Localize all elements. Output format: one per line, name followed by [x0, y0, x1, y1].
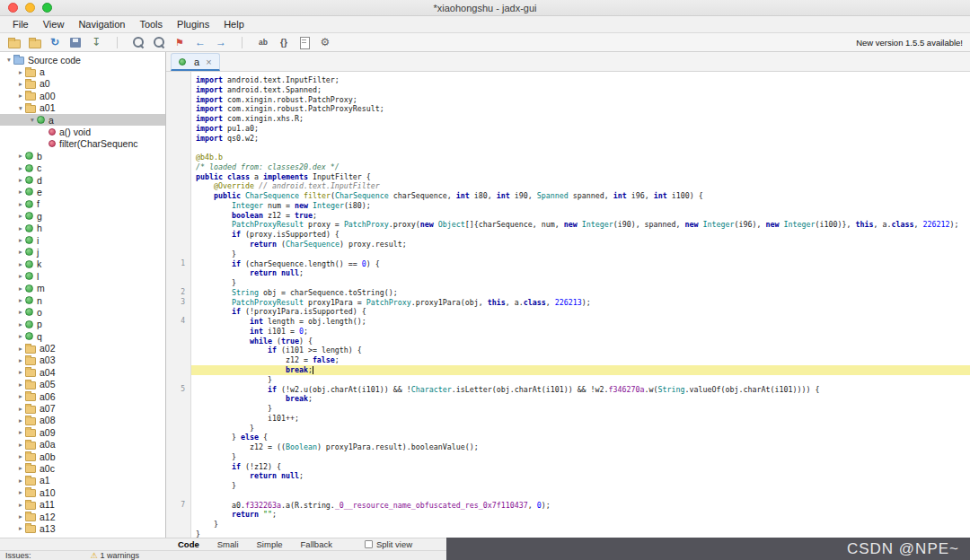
expand-icon[interactable]: ▸: [16, 416, 25, 424]
code-line[interactable]: public CharSequence filter(CharSequence …: [166, 191, 970, 201]
expand-icon[interactable]: ▸: [16, 188, 25, 196]
expand-icon[interactable]: ▸: [16, 284, 25, 293]
preferences-icon[interactable]: ⚙: [319, 36, 331, 48]
code-line[interactable]: import com.xingin.robust.PatchProxyResul…: [166, 104, 970, 114]
tree-item-o[interactable]: ▸o: [0, 306, 165, 318]
code-line[interactable]: import android.text.InputFilter;: [166, 75, 970, 85]
tree-item-a0c[interactable]: ▸a0c: [0, 462, 165, 474]
tree-item-a04[interactable]: ▸a04: [0, 366, 165, 378]
code-line[interactable]: import com.xingin.xhs.R;: [166, 114, 970, 124]
code-line[interactable]: [166, 143, 970, 153]
code-line[interactable]: break;: [166, 394, 970, 404]
tree-item-a1[interactable]: ▸a1: [0, 475, 165, 486]
tree-item-a02[interactable]: ▸a02: [0, 342, 165, 354]
expand-icon[interactable]: ▸: [16, 200, 25, 208]
tree-item-j[interactable]: ▸j: [0, 246, 165, 258]
code-line[interactable]: 1 if (charSequence.length() == 0) {: [166, 259, 970, 269]
code-line[interactable]: return null;: [166, 268, 970, 278]
new-version-link[interactable]: New version 1.5.5 available!: [856, 38, 963, 48]
expand-icon[interactable]: ▸: [16, 272, 25, 280]
expand-icon[interactable]: ▸: [16, 477, 25, 485]
warnings-indicator[interactable]: ⚠ 1 warnings: [91, 551, 140, 560]
tree-item-filter-charsequenc[interactable]: filter(CharSequenc: [0, 138, 165, 150]
tree-item-q[interactable]: ▸q: [0, 330, 165, 342]
expand-icon[interactable]: ▸: [16, 92, 25, 100]
tree-item-a0b[interactable]: ▸a0b: [0, 451, 165, 462]
tree-item-a05[interactable]: ▸a05: [0, 379, 165, 390]
tree-item-a01[interactable]: ▾a01: [0, 102, 165, 114]
expand-icon[interactable]: ▸: [16, 488, 25, 496]
code-line[interactable]: int i101 = 0;: [166, 327, 970, 337]
code-line[interactable]: z12 = ((Boolean) proxy1Para.result).bool…: [166, 442, 970, 452]
code-line[interactable]: } else {: [166, 433, 970, 442]
menu-help[interactable]: Help: [216, 16, 251, 33]
code-line[interactable]: 5 if (!w2.u(obj.charAt(i101)) && !Charac…: [166, 385, 970, 395]
tree-item-a00[interactable]: ▸a00: [0, 90, 165, 101]
code-line[interactable]: 3 PatchProxyResult proxy1Para = PatchPro…: [166, 298, 970, 308]
code-line[interactable]: }: [166, 452, 970, 462]
tab-close-icon[interactable]: ×: [206, 57, 211, 67]
expand-icon[interactable]: ▸: [16, 464, 25, 472]
tree-item-d[interactable]: ▸d: [0, 174, 165, 186]
code-line[interactable]: if (proxy.isSupported) {: [166, 230, 970, 240]
code-line-highlighted[interactable]: break;: [166, 365, 970, 375]
tree-item-a0a[interactable]: ▸a0a: [0, 439, 165, 451]
minimize-window-button[interactable]: [25, 3, 35, 13]
tree-item-a11[interactable]: ▸a11: [0, 498, 165, 510]
tree-item-b[interactable]: ▸b: [0, 150, 165, 162]
code-line[interactable]: @b4b.b: [166, 153, 970, 162]
code-line[interactable]: i101++;: [166, 414, 970, 424]
code-line[interactable]: if (!proxy1Para.isSupported) {: [166, 307, 970, 317]
code-line[interactable]: public class a implements InputFilter {: [166, 172, 970, 182]
expand-icon[interactable]: ▸: [16, 332, 25, 340]
code-line[interactable]: }: [166, 424, 970, 433]
view-tab-code[interactable]: Code: [169, 539, 208, 549]
code-line[interactable]: if (!z12) {: [166, 462, 970, 472]
code-line[interactable]: }: [166, 375, 970, 385]
tree-item-a13[interactable]: ▸a13: [0, 522, 165, 534]
export-icon[interactable]: ↧: [90, 36, 102, 48]
code-line[interactable]: /* loaded from: classes20.dex */: [166, 162, 970, 172]
tree-item-a[interactable]: ▸a: [0, 66, 165, 77]
menu-file[interactable]: File: [5, 16, 36, 33]
expand-icon[interactable]: ▸: [16, 176, 25, 184]
tree-item-a09[interactable]: ▸a09: [0, 426, 165, 438]
expand-icon[interactable]: ▸: [16, 224, 25, 232]
code-line[interactable]: }: [166, 520, 970, 529]
editor-tab-a[interactable]: a ×: [171, 53, 220, 71]
close-window-button[interactable]: [8, 3, 18, 13]
add-files-icon[interactable]: [28, 36, 40, 48]
tree-item-l[interactable]: ▸l: [0, 270, 165, 282]
tree-item-a07[interactable]: ▸a07: [0, 402, 165, 414]
expand-icon[interactable]: ▸: [16, 524, 25, 532]
expand-icon[interactable]: ▸: [16, 452, 25, 460]
tree-item-c[interactable]: ▸c: [0, 162, 165, 174]
expand-icon[interactable]: ▸: [16, 392, 25, 400]
expand-icon[interactable]: ▸: [16, 80, 25, 88]
bookmark-flag-icon[interactable]: ⚑: [173, 36, 186, 48]
expand-icon[interactable]: ▸: [16, 356, 25, 364]
tree-item-i[interactable]: ▸i: [0, 234, 165, 246]
tree-item-p[interactable]: ▸p: [0, 319, 165, 330]
tree-item-k[interactable]: ▸k: [0, 258, 165, 270]
code-line[interactable]: Integer num = new Integer(i80);: [166, 201, 970, 211]
code-line[interactable]: import com.xingin.robust.PatchProxy;: [166, 95, 970, 105]
expand-icon[interactable]: ▸: [16, 248, 25, 256]
code-line[interactable]: }: [166, 481, 970, 491]
tree-item-a0[interactable]: ▸a0: [0, 78, 165, 90]
code-line[interactable]: 2 String obj = charSequence.toString();: [166, 288, 970, 298]
menu-plugins[interactable]: Plugins: [170, 16, 216, 33]
split-view-checkbox[interactable]: [365, 540, 373, 548]
code-line[interactable]: }: [166, 529, 970, 538]
code-line[interactable]: import qs0.w2;: [166, 134, 970, 144]
code-line[interactable]: boolean z12 = true;: [166, 211, 970, 221]
menu-tools[interactable]: Tools: [132, 16, 170, 33]
view-tab-smali[interactable]: Smali: [208, 539, 248, 549]
view-tab-fallback[interactable]: Fallback: [292, 539, 341, 549]
split-view-toggle[interactable]: Split view: [365, 539, 412, 549]
tree-item-m[interactable]: ▸m: [0, 282, 165, 293]
expand-icon[interactable]: ▸: [16, 512, 25, 521]
open-file-icon[interactable]: [7, 36, 20, 48]
expand-icon[interactable]: ▸: [16, 308, 25, 316]
tree-item-a12[interactable]: ▸a12: [0, 511, 165, 522]
